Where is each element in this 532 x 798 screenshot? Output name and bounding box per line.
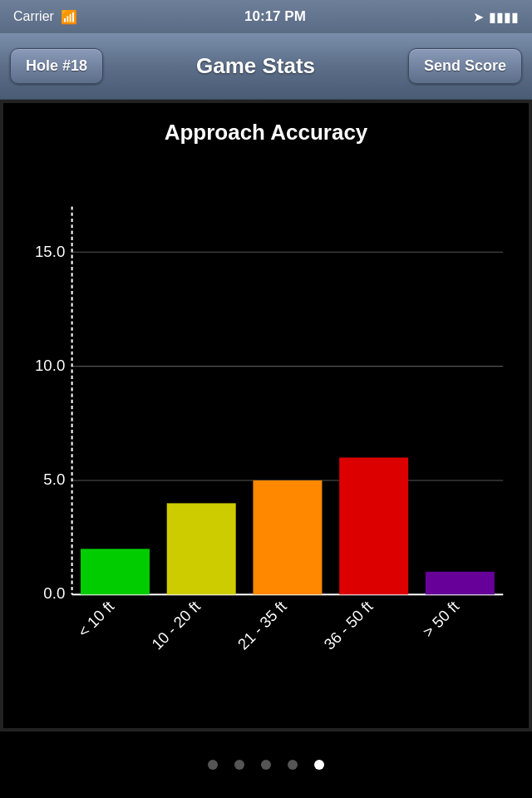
svg-rect-14 (253, 480, 322, 594)
location-icon: ➤ (473, 9, 484, 25)
pagination (0, 732, 532, 798)
status-left: Carrier 📶 (13, 9, 77, 25)
hole-button[interactable]: Hole #18 (10, 48, 103, 84)
page-dot-3[interactable] (261, 760, 271, 770)
svg-text:15.0: 15.0 (35, 243, 65, 260)
svg-text:> 50 ft: > 50 ft (419, 597, 462, 640)
svg-text:5.0: 5.0 (43, 470, 65, 488)
chart-container: Approach Accuracy 0.05.010.015.0< 10 ft1… (0, 100, 532, 732)
wifi-icon: 📶 (61, 9, 77, 25)
svg-rect-18 (426, 572, 495, 594)
page-title: Game Stats (103, 53, 408, 79)
svg-text:36 - 50 ft: 36 - 50 ft (321, 597, 377, 653)
status-time: 10:17 PM (244, 8, 306, 25)
svg-text:10 - 20 ft: 10 - 20 ft (148, 597, 204, 653)
page-dot-1[interactable] (208, 760, 218, 770)
svg-text:0.0: 0.0 (43, 584, 65, 602)
battery-icon: ▮▮▮▮ (489, 9, 519, 25)
svg-rect-12 (167, 503, 236, 594)
chart-title: Approach Accuracy (165, 120, 368, 145)
status-right: ➤ ▮▮▮▮ (473, 9, 519, 25)
send-score-button[interactable]: Send Score (408, 48, 522, 84)
bar-chart-svg: 0.05.010.015.0< 10 ft10 - 20 ft21 - 35 f… (12, 159, 520, 720)
status-bar: Carrier 📶 10:17 PM ➤ ▮▮▮▮ (0, 0, 532, 33)
page-dot-5[interactable] (314, 760, 324, 770)
svg-text:21 - 35 ft: 21 - 35 ft (234, 597, 290, 653)
svg-text:10.0: 10.0 (35, 357, 65, 374)
svg-rect-10 (81, 549, 150, 594)
page-dot-4[interactable] (288, 760, 298, 770)
nav-bar: Hole #18 Game Stats Send Score (0, 33, 532, 100)
svg-text:< 10 ft: < 10 ft (74, 597, 117, 640)
svg-rect-16 (339, 457, 408, 594)
chart-area: 0.05.010.015.0< 10 ft10 - 20 ft21 - 35 f… (12, 159, 520, 720)
page-dot-2[interactable] (234, 760, 244, 770)
carrier-label: Carrier (13, 9, 54, 24)
